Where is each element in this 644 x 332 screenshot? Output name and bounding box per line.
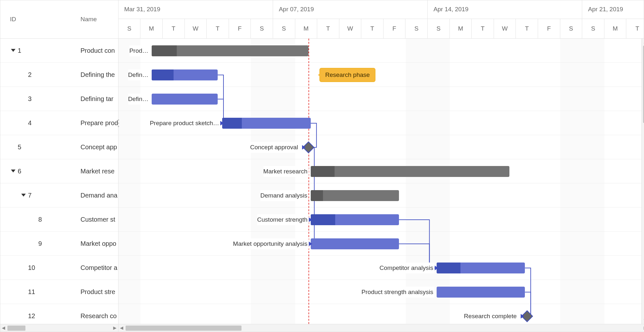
taskbar[interactable] <box>222 118 310 129</box>
day-header: F <box>384 19 406 38</box>
taskbar-label: Customer strength <box>257 214 309 225</box>
column-header-name[interactable]: Name <box>76 16 118 23</box>
cell-id: 6 <box>0 168 76 175</box>
day-header: S <box>405 19 428 38</box>
svg-marker-0 <box>11 49 15 52</box>
day-header: T <box>361 19 384 38</box>
taskbar-label: Demand analysis <box>260 190 309 201</box>
taskbar[interactable] <box>152 69 218 80</box>
task-id: 3 <box>28 95 32 103</box>
taskbar[interactable] <box>311 214 399 225</box>
summary-taskbar[interactable] <box>311 190 399 201</box>
svg-marker-1 <box>11 170 15 172</box>
cell-id: 4 <box>0 119 76 127</box>
task-id: 7 <box>28 192 32 199</box>
gantt-chart: ID Name 1Product con2Defining the3Defini… <box>0 0 644 332</box>
grid-row[interactable]: 8Customer st <box>0 208 118 232</box>
timeline-horizontal-scrollbar[interactable]: ◄ ► <box>118 324 644 332</box>
task-name: Market rese <box>76 168 118 175</box>
grid-row[interactable]: 3Defining tar <box>0 87 118 111</box>
grid-row[interactable]: 11Product stre <box>0 280 118 304</box>
timeline-panel: Mar 31, 2019Apr 07, 2019Apr 14, 2019Apr … <box>118 0 644 332</box>
task-id: 1 <box>18 47 21 54</box>
day-header: T <box>516 19 538 38</box>
chart-row <box>118 135 644 159</box>
day-header: T <box>472 19 494 38</box>
progress-indicator <box>152 69 174 80</box>
taskbar-label: Defin <box>128 94 150 105</box>
day-header: M <box>450 19 472 38</box>
task-id: 4 <box>28 119 32 127</box>
chart-body[interactable]: ProdDefinDefinPrepare product sketchConc… <box>118 39 644 324</box>
taskbar-label: Market opportunity analysis <box>233 238 309 249</box>
taskbar-label: Market research <box>263 166 309 177</box>
grid-row[interactable]: 10Competitor a <box>0 256 118 280</box>
taskbar-label: Research complete <box>464 311 518 322</box>
progress-indicator <box>222 118 242 129</box>
task-name: Defining the <box>76 71 118 78</box>
grid-row[interactable]: 2Defining the <box>0 63 118 87</box>
taskbar[interactable] <box>437 263 525 273</box>
cell-id: 12 <box>0 312 76 320</box>
scrollbar-thumb[interactable] <box>7 326 25 331</box>
task-name: Market oppo <box>76 240 118 247</box>
task-name: Demand ana <box>76 192 118 199</box>
grid-row[interactable]: 7Demand ana <box>0 183 118 208</box>
grid-row[interactable]: 1Product con <box>0 39 118 63</box>
scroll-right-icon[interactable]: ► <box>112 326 118 331</box>
cell-id: 7 <box>0 192 76 199</box>
taskbar-label: Product strength analsysis <box>362 287 435 298</box>
progress-indicator <box>152 45 177 56</box>
taskbar-label: Defin <box>128 69 150 80</box>
cell-id: 10 <box>0 264 76 272</box>
week-header: Apr 21, 2019 <box>582 0 644 19</box>
progress-indicator <box>311 190 323 201</box>
day-header: M <box>604 19 627 38</box>
grid-row[interactable]: 6Market rese <box>0 159 118 183</box>
scroll-left-icon[interactable]: ◄ <box>119 326 124 331</box>
timeline-vertical-scrollbar[interactable]: ▲ ▼ <box>641 39 644 324</box>
column-header-id[interactable]: ID <box>0 16 76 23</box>
summary-taskbar[interactable] <box>152 45 308 56</box>
scroll-up-icon[interactable]: ▲ <box>643 39 644 44</box>
taskbar[interactable] <box>152 94 218 105</box>
grid-panel: ID Name 1Product con2Defining the3Defini… <box>0 0 118 332</box>
connector-arrow-icon <box>521 314 524 318</box>
week-header: Apr 07, 2019 <box>273 0 428 19</box>
scroll-down-icon[interactable]: ▼ <box>643 318 644 323</box>
splitter-handle[interactable] <box>117 119 120 127</box>
scroll-right-icon[interactable]: ► <box>643 326 644 331</box>
day-header: F <box>538 19 560 38</box>
day-header: S <box>428 19 450 38</box>
cell-id: 9 <box>0 240 76 247</box>
summary-taskbar[interactable] <box>311 166 509 177</box>
taskbar[interactable] <box>311 238 399 249</box>
grid-row[interactable]: 9Market oppo <box>0 232 118 256</box>
expand-collapse-icon[interactable] <box>11 169 16 174</box>
day-header: S <box>582 19 604 38</box>
task-id: 8 <box>38 216 42 223</box>
expand-collapse-icon[interactable] <box>11 48 16 53</box>
task-name: Product stre <box>76 288 118 296</box>
taskbar-label: Prepare product sketch <box>150 118 220 129</box>
grid-row[interactable]: 12Research co <box>0 304 118 324</box>
timeline-header: Mar 31, 2019Apr 07, 2019Apr 14, 2019Apr … <box>118 0 644 39</box>
grid-horizontal-scrollbar[interactable]: ◄ ► <box>0 324 118 332</box>
task-name: Research co <box>76 312 118 320</box>
scrollbar-thumb[interactable] <box>126 326 242 331</box>
task-id: 10 <box>28 264 35 272</box>
expand-collapse-icon[interactable] <box>21 193 26 198</box>
taskbar[interactable] <box>437 287 525 298</box>
task-id: 9 <box>38 240 42 247</box>
scroll-left-icon[interactable]: ◄ <box>1 326 6 331</box>
connector-arrow-icon <box>302 145 306 150</box>
progress-indicator <box>311 166 335 177</box>
grid-rows: 1Product con2Defining the3Defining tar4P… <box>0 39 118 324</box>
connector-arrow-icon <box>309 217 312 222</box>
event-marker[interactable]: Research phase <box>319 68 375 82</box>
grid-row[interactable]: 5Concept app <box>0 135 118 159</box>
timeline-day-row: SMTWTFSSMTWTFSSMTWTFSSMT <box>118 19 644 38</box>
day-header: S <box>273 19 295 38</box>
grid-row[interactable]: 4Prepare prod <box>0 111 118 135</box>
week-header: Apr 14, 2019 <box>428 0 582 19</box>
